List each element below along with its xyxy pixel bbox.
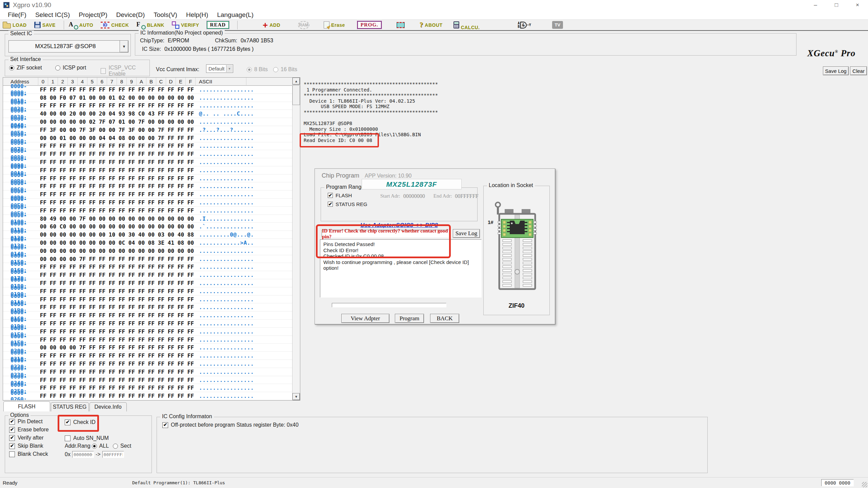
hex-byte-cell[interactable]: FF bbox=[117, 288, 127, 294]
hex-byte-cell[interactable]: FF bbox=[97, 256, 107, 262]
hex-byte-cell[interactable]: FF bbox=[107, 385, 117, 391]
hex-byte-cell[interactable]: FF bbox=[48, 361, 58, 367]
auto-sn-num-checkbox[interactable]: Auto SN_NUM bbox=[65, 435, 109, 441]
hex-byte-cell[interactable]: 00 bbox=[156, 95, 166, 101]
hex-byte-cell[interactable]: FF bbox=[166, 207, 176, 214]
hex-byte-cell[interactable]: FF bbox=[166, 86, 176, 93]
hex-byte-cell[interactable]: 00 bbox=[166, 248, 176, 254]
hex-byte-cell[interactable]: FF bbox=[97, 369, 107, 375]
read-button[interactable]: READ bbox=[207, 21, 229, 29]
hex-byte-cell[interactable]: FF bbox=[58, 183, 68, 189]
hex-byte-cell[interactable]: 3F bbox=[48, 127, 58, 133]
hex-byte-cell[interactable]: 00 bbox=[186, 240, 196, 246]
hex-byte-cell[interactable]: FF bbox=[58, 296, 68, 303]
hex-byte-cell[interactable]: 00 bbox=[176, 248, 186, 254]
hex-byte-cell[interactable]: 7F bbox=[78, 216, 87, 222]
hex-byte-cell[interactable]: FF bbox=[146, 288, 156, 294]
hex-byte-cell[interactable]: FF bbox=[146, 304, 156, 310]
hex-byte-cell[interactable]: FF bbox=[156, 385, 166, 391]
hex-byte-cell[interactable]: 00 bbox=[137, 216, 146, 222]
hex-byte-cell[interactable]: FF bbox=[176, 110, 186, 117]
hex-byte-cell[interactable]: FF bbox=[166, 264, 176, 270]
hex-byte-cell[interactable]: FF bbox=[127, 280, 137, 286]
hex-byte-cell[interactable]: 00 bbox=[156, 223, 166, 230]
hex-byte-cell[interactable]: 08 bbox=[38, 95, 48, 101]
hex-byte-cell[interactable]: 02 bbox=[117, 95, 127, 101]
hex-byte-cell[interactable]: FF bbox=[137, 377, 146, 383]
hex-byte-cell[interactable]: 00 bbox=[68, 256, 78, 262]
hex-byte-cell[interactable]: FF bbox=[68, 143, 78, 149]
hex-byte-cell[interactable]: FF bbox=[78, 328, 87, 335]
hex-byte-cell[interactable]: FF bbox=[78, 352, 87, 359]
scroll-up-icon[interactable]: ▲ bbox=[292, 78, 300, 85]
hex-byte-cell[interactable]: FF bbox=[127, 312, 137, 319]
hex-byte-cell[interactable]: FF bbox=[137, 312, 146, 319]
hex-byte-cell[interactable]: FF bbox=[58, 86, 68, 93]
hex-byte-cell[interactable]: FF bbox=[137, 296, 146, 303]
hex-byte-cell[interactable]: FF bbox=[186, 320, 196, 327]
hex-byte-cell[interactable]: 04 bbox=[97, 135, 107, 141]
hex-byte-cell[interactable]: FF bbox=[186, 207, 196, 214]
menu-project[interactable]: Project(P) bbox=[74, 11, 112, 19]
hex-byte-cell[interactable]: 00 bbox=[146, 223, 156, 230]
hex-byte-cell[interactable]: FF bbox=[48, 280, 58, 286]
selected-ic-combobox[interactable]: MX25L12873F @SOP8 bbox=[8, 40, 122, 53]
hex-byte-cell[interactable]: 08 bbox=[117, 135, 127, 141]
hex-byte-cell[interactable]: FF bbox=[176, 369, 186, 375]
hex-byte-cell[interactable]: FF bbox=[176, 135, 186, 141]
hex-byte-cell[interactable]: FF bbox=[107, 256, 117, 262]
hex-byte-cell[interactable]: FF bbox=[186, 86, 196, 93]
hex-byte-cell[interactable]: FF bbox=[156, 143, 166, 149]
hex-byte-cell[interactable]: FF bbox=[146, 102, 156, 109]
hex-byte-cell[interactable]: FF bbox=[87, 304, 97, 310]
hex-byte-cell[interactable]: FF bbox=[38, 296, 48, 303]
hex-byte-cell[interactable]: FF bbox=[166, 344, 176, 351]
hex-byte-cell[interactable]: FF bbox=[68, 369, 78, 375]
hex-byte-cell[interactable]: 43 bbox=[146, 110, 156, 117]
hex-byte-cell[interactable]: FF bbox=[68, 337, 78, 343]
hex-byte-cell[interactable]: 01 bbox=[78, 95, 87, 101]
hex-byte-cell[interactable]: FF bbox=[78, 167, 87, 174]
hex-byte-cell[interactable]: FF bbox=[146, 183, 156, 189]
hex-byte-cell[interactable]: 7F bbox=[78, 256, 87, 262]
hex-byte-cell[interactable]: 01 bbox=[107, 95, 117, 101]
hex-byte-cell[interactable]: FF bbox=[68, 151, 78, 157]
menu-help[interactable]: Help(H) bbox=[182, 11, 213, 19]
hex-byte-cell[interactable]: FF bbox=[146, 328, 156, 335]
hex-byte-cell[interactable]: 00 bbox=[117, 248, 127, 254]
hex-byte-cell[interactable]: FF bbox=[156, 328, 166, 335]
hex-byte-cell[interactable]: 00 bbox=[186, 223, 196, 230]
hex-byte-cell[interactable]: FF bbox=[156, 256, 166, 262]
hex-byte-cell[interactable]: FF bbox=[186, 264, 196, 270]
hex-byte-cell[interactable]: FF bbox=[166, 280, 176, 286]
hex-byte-cell[interactable]: FF bbox=[156, 151, 166, 157]
hex-byte-cell[interactable]: FF bbox=[186, 272, 196, 278]
hex-byte-cell[interactable]: FF bbox=[127, 207, 137, 214]
hex-scrollbar[interactable]: ▲ ▼ bbox=[292, 78, 300, 400]
hex-byte-cell[interactable]: FF bbox=[97, 344, 107, 351]
hex-byte-cell[interactable]: FF bbox=[78, 272, 87, 278]
hex-byte-cell[interactable]: FF bbox=[127, 385, 137, 391]
hex-byte-cell[interactable]: FF bbox=[117, 304, 127, 310]
hex-byte-cell[interactable]: FF bbox=[48, 191, 58, 198]
addr-range-sect-radio[interactable]: Sect bbox=[113, 443, 131, 449]
hex-byte-cell[interactable]: FF bbox=[58, 207, 68, 214]
hex-byte-cell[interactable]: FF bbox=[78, 377, 87, 383]
hex-byte-cell[interactable]: FF bbox=[48, 337, 58, 343]
hex-byte-cell[interactable]: FF bbox=[127, 102, 137, 109]
hex-byte-cell[interactable]: 00 bbox=[186, 216, 196, 222]
hex-byte-cell[interactable]: FF bbox=[156, 320, 166, 327]
hex-byte-cell[interactable]: FF bbox=[38, 151, 48, 157]
hex-byte-cell[interactable]: FF bbox=[107, 207, 117, 214]
hex-byte-cell[interactable]: 00 bbox=[137, 127, 146, 133]
hex-byte-cell[interactable]: FF bbox=[97, 320, 107, 327]
hex-byte-cell[interactable]: FF bbox=[146, 159, 156, 165]
hex-byte-cell[interactable]: 00 bbox=[87, 95, 97, 101]
hex-byte-cell[interactable]: FF bbox=[186, 143, 196, 149]
hex-byte-cell[interactable]: FF bbox=[78, 264, 87, 270]
hex-byte-cell[interactable]: FF bbox=[38, 272, 48, 278]
hex-byte-cell[interactable]: FF bbox=[176, 312, 186, 319]
hex-byte-cell[interactable]: 07 bbox=[107, 119, 117, 125]
hex-byte-cell[interactable]: FF bbox=[117, 328, 127, 335]
hex-byte-cell[interactable]: FF bbox=[78, 385, 87, 391]
